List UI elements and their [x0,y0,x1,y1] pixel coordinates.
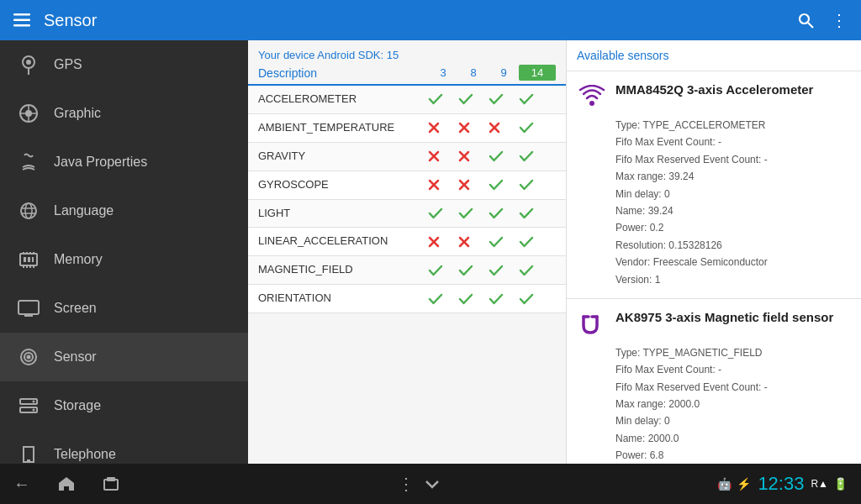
check-v9 [489,150,519,162]
sidebar-label-memory: Memory [54,252,103,267]
down-arrow-button[interactable] [425,479,440,489]
check-v9 [489,236,519,248]
screen-icon [17,297,40,320]
table-row[interactable]: AMBIENT_TEMPERATURE [248,114,566,143]
check-v9 [489,207,519,219]
sensor-name: ORIENTATION [258,291,428,306]
check-v3 [428,293,458,305]
usb-icon: ⚡ [737,477,751,491]
language-icon [17,199,40,223]
check-v3 [428,236,458,248]
svg-rect-0 [13,13,30,16]
check-v8 [458,293,489,305]
signal-icon: R▲ [811,478,828,490]
table-row[interactable]: ACCELEROMETER [248,86,566,114]
table-row[interactable]: ORIENTATION [248,285,566,313]
right-panel: Available sensors MMA8452Q 3-axis Accele… [567,40,861,464]
col-description: Description [258,66,428,80]
svg-rect-59 [107,477,115,481]
location-icon [17,53,40,76]
check-v9 [489,293,519,305]
sidebar-label-graphic: Graphic [54,106,101,121]
top-bar: Sensor ⋮ [0,0,861,40]
table-row[interactable]: MAGNETIC_FIELD [248,256,566,285]
svg-line-4 [808,23,813,28]
menu-center-button[interactable]: ⋮ [398,474,415,494]
sensor-details: Type: TYPE_MAGNETIC_FIELDFifo Max Event … [577,344,851,464]
wifi-icon [577,81,607,112]
sensor-card: AK8975 3-axis Magnetic field sensor Type… [567,299,861,464]
check-v9 [489,93,519,105]
check-v9 [489,265,519,276]
col-8: 8 [458,66,489,79]
hamburger-menu-button[interactable] [13,13,30,27]
col-14: 14 [519,65,556,81]
svg-point-12 [25,203,32,218]
more-options-button[interactable]: ⋮ [831,10,848,30]
sidebar-item-gps[interactable]: GPS [0,40,248,89]
svg-point-34 [33,401,35,403]
bottom-bar: ← ⋮ 🤖 ⚡ 12:33 R▲ 🔋 [0,464,861,504]
table-row[interactable]: LIGHT [248,200,566,228]
sidebar-item-language[interactable]: Language [0,186,248,235]
table-header: Description 3 8 9 14 [248,61,566,86]
svg-point-6 [26,60,31,65]
android-icon: 🤖 [717,477,732,491]
check-v14 [519,236,556,248]
check-v3 [428,150,458,162]
check-v8 [458,93,489,105]
telephone-icon [17,443,40,464]
table-row[interactable]: LINEAR_ACCELERATION [248,228,566,256]
sidebar: GPS Graphic Java Properties [0,40,248,464]
sensor-card: MMA8452Q 3-axis Accelerometer Type: TYPE… [567,71,861,299]
check-v8 [458,207,489,219]
table-row[interactable]: GYROSCOPE [248,171,566,200]
col-9: 9 [489,66,519,79]
check-v3 [428,122,458,134]
table-row[interactable]: GRAVITY [248,143,566,171]
java-icon [17,150,40,174]
sidebar-item-memory[interactable]: Memory [0,235,248,284]
col-3: 3 [428,66,458,79]
sidebar-item-sensor[interactable]: Sensor [0,333,248,381]
sidebar-label-storage: Storage [54,398,101,413]
check-v14 [519,265,556,276]
svg-rect-1 [13,19,30,22]
sidebar-item-storage[interactable]: Storage [0,381,248,430]
check-v9 [489,179,519,191]
svg-rect-2 [13,24,30,27]
check-v14 [519,293,556,305]
sensor-name: MAGNETIC_FIELD [258,263,428,277]
sensor-details: Type: TYPE_ACCELEROMETERFifo Max Event C… [577,117,851,288]
back-button[interactable]: ← [13,475,30,494]
sidebar-item-graphic[interactable]: Graphic [0,89,248,138]
home-button[interactable] [57,475,76,494]
sidebar-item-java[interactable]: Java Properties [0,138,248,186]
recent-button[interactable] [103,475,119,494]
magnet-icon [577,309,607,339]
center-panel: Your device Android SDK: 15 Description … [248,40,567,464]
check-v14 [519,150,556,162]
check-v3 [428,93,458,105]
svg-point-31 [27,355,31,360]
check-v3 [428,265,458,276]
check-v3 [428,179,458,191]
sidebar-item-screen[interactable]: Screen [0,284,248,333]
sensor-name: GYROSCOPE [258,178,428,192]
check-v14 [519,207,556,219]
sidebar-label-sensor: Sensor [54,349,97,365]
svg-point-35 [33,409,35,412]
battery-icon: 🔋 [833,477,848,491]
search-button[interactable] [797,12,814,29]
sensor-title: MMA8452Q 3-axis Accelerometer [615,81,813,98]
sidebar-item-telephone[interactable]: Telephone [0,430,248,464]
sidebar-label-telephone: Telephone [54,447,116,462]
sidebar-label-gps: GPS [54,57,82,72]
check-v8 [458,265,489,276]
check-v3 [428,207,458,219]
right-panel-header: Available sensors [567,40,861,71]
storage-icon [17,394,40,417]
app-title: Sensor [44,11,97,30]
sensor-name: AMBIENT_TEMPERATURE [258,121,428,135]
sidebar-label-language: Language [54,203,114,218]
